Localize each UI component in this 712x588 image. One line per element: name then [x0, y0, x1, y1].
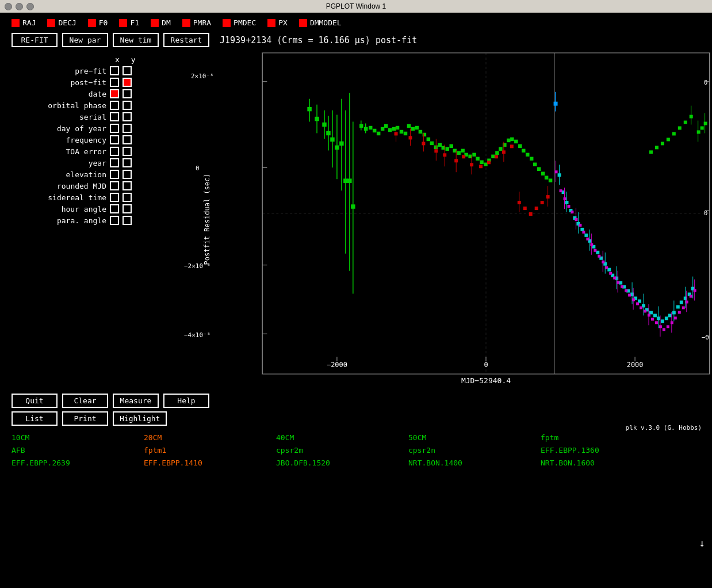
row-serial[interactable]: serial — [6, 112, 161, 121]
sidereal-time-x-checkbox[interactable] — [110, 193, 119, 202]
svg-rect-59 — [461, 149, 464, 152]
serial-x-checkbox[interactable] — [110, 112, 119, 121]
refit-button[interactable]: RE-FIT — [12, 33, 58, 47]
param-px[interactable]: PX — [267, 18, 288, 27]
row-postfit[interactable]: post−fit — [6, 78, 161, 87]
svg-rect-222 — [661, 142, 664, 145]
toa-error-y-checkbox[interactable] — [123, 147, 132, 156]
svg-rect-72 — [511, 138, 514, 140]
newtim-button[interactable]: New tim — [113, 33, 159, 47]
svg-rect-108 — [535, 207, 538, 210]
sidereal-time-y-checkbox[interactable] — [123, 193, 132, 202]
print-button[interactable]: Print — [62, 411, 108, 426]
svg-rect-218 — [684, 121, 687, 124]
svg-rect-151 — [665, 316, 668, 320]
svg-rect-106 — [523, 207, 527, 210]
close-btn[interactable] — [5, 3, 12, 10]
param-pmra[interactable]: PMRA — [182, 18, 211, 27]
svg-rect-196 — [655, 321, 658, 324]
toa-error-x-checkbox[interactable] — [110, 147, 119, 156]
day-of-year-x-checkbox[interactable] — [110, 124, 119, 133]
row-label-hour-angle: hour angle — [6, 205, 106, 213]
svg-rect-20 — [331, 138, 334, 141]
svg-rect-95 — [462, 155, 465, 158]
year-x-checkbox[interactable] — [110, 158, 119, 167]
plot-container[interactable]: −2000 0 2000 0.02 0 −0.02 — [262, 52, 710, 375]
svg-rect-214 — [704, 122, 707, 125]
prefit-x-checkbox[interactable] — [110, 66, 119, 75]
param-decj[interactable]: DECJ — [47, 18, 76, 27]
x-axis-header: x — [115, 55, 120, 64]
col5-line3: NRT.BON.1600 — [541, 457, 673, 469]
quit-button[interactable]: Quit — [12, 394, 58, 408]
para-angle-x-checkbox[interactable] — [110, 216, 119, 225]
row-frequency[interactable]: frequency — [6, 135, 161, 144]
frequency-y-checkbox[interactable] — [123, 135, 132, 144]
param-label-dmmodel: DMMODEL — [310, 18, 342, 27]
row-prefit[interactable]: pre−fit — [6, 66, 161, 75]
svg-rect-51 — [430, 142, 433, 144]
para-angle-y-checkbox[interactable] — [123, 216, 132, 225]
minimize-btn[interactable] — [16, 3, 23, 10]
row-year[interactable]: year — [6, 158, 161, 167]
measure-button[interactable]: Measure — [113, 394, 159, 408]
param-dm[interactable]: DM — [151, 18, 171, 27]
date-y-checkbox[interactable] — [123, 89, 132, 98]
window-controls[interactable] — [5, 3, 34, 10]
param-dmmodel[interactable]: DMMODEL — [299, 18, 342, 27]
list-button[interactable]: List — [12, 411, 58, 426]
plot-area: Postfit Residual (sec) 2×10⁻⁵ 0 −2×10⁻⁵ … — [167, 49, 712, 389]
svg-rect-180 — [605, 266, 608, 269]
svg-rect-167 — [567, 205, 570, 208]
date-x-checkbox[interactable] — [110, 89, 119, 98]
orbital-phase-y-checkbox[interactable] — [123, 101, 132, 110]
frequency-x-checkbox[interactable] — [110, 135, 119, 144]
svg-rect-43 — [400, 131, 403, 133]
hour-angle-y-checkbox[interactable] — [123, 204, 132, 213]
row-elevation[interactable]: elevation — [6, 170, 161, 179]
param-f1[interactable]: F1 — [119, 18, 139, 27]
highlight-button[interactable]: Highlight — [113, 411, 167, 426]
prefit-y-checkbox[interactable] — [123, 66, 132, 75]
elevation-y-checkbox[interactable] — [123, 170, 132, 179]
postfit-x-checkbox[interactable] — [110, 78, 119, 87]
col2-line1: 20CM — [144, 432, 276, 444]
postfit-y-checkbox[interactable] — [123, 78, 132, 87]
svg-rect-64 — [480, 161, 483, 163]
row-hour-angle[interactable]: hour angle — [6, 204, 161, 213]
scroll-down-arrow[interactable]: ↓ — [699, 537, 705, 549]
rounded-mjd-y-checkbox[interactable] — [123, 181, 132, 190]
elevation-x-checkbox[interactable] — [110, 170, 119, 179]
day-of-year-y-checkbox[interactable] — [123, 124, 132, 133]
param-raj[interactable]: RAJ — [12, 18, 36, 27]
param-f0[interactable]: F0 — [88, 18, 108, 27]
toolbar: RE-FIT New par New tim Restart J1939+213… — [0, 30, 712, 49]
year-y-checkbox[interactable] — [123, 158, 132, 167]
help-button[interactable]: Help — [163, 394, 209, 408]
maximize-btn[interactable] — [26, 3, 34, 10]
svg-rect-182 — [613, 277, 616, 280]
plot-svg: −2000 0 2000 0.02 0 −0.02 — [262, 53, 710, 374]
hour-angle-x-checkbox[interactable] — [110, 204, 119, 213]
param-label-f1: F1 — [130, 18, 139, 27]
row-sidereal-time[interactable]: sidereal time — [6, 193, 161, 202]
param-pmdec[interactable]: PMDEC — [223, 18, 256, 27]
newpar-button[interactable]: New par — [62, 33, 108, 47]
rounded-mjd-x-checkbox[interactable] — [110, 181, 119, 190]
col3-line1: 40CM — [276, 432, 408, 444]
row-label-date: date — [6, 90, 106, 98]
row-para-angle[interactable]: para. angle — [6, 216, 161, 225]
row-day-of-year[interactable]: day of year — [6, 124, 161, 133]
clear-button[interactable]: Clear — [62, 394, 108, 408]
row-orbital-phase[interactable]: orbital phase — [6, 101, 161, 110]
row-toa-error[interactable]: TOA error — [6, 147, 161, 156]
svg-rect-155 — [676, 305, 680, 308]
orbital-phase-x-checkbox[interactable] — [110, 101, 119, 110]
svg-rect-192 — [644, 310, 646, 312]
svg-rect-220 — [672, 132, 676, 136]
serial-y-checkbox[interactable] — [123, 112, 132, 121]
restart-button[interactable]: Restart — [163, 33, 209, 47]
svg-rect-35 — [369, 127, 372, 129]
row-rounded-mjd[interactable]: rounded MJD — [6, 181, 161, 190]
row-date[interactable]: date — [6, 89, 161, 98]
